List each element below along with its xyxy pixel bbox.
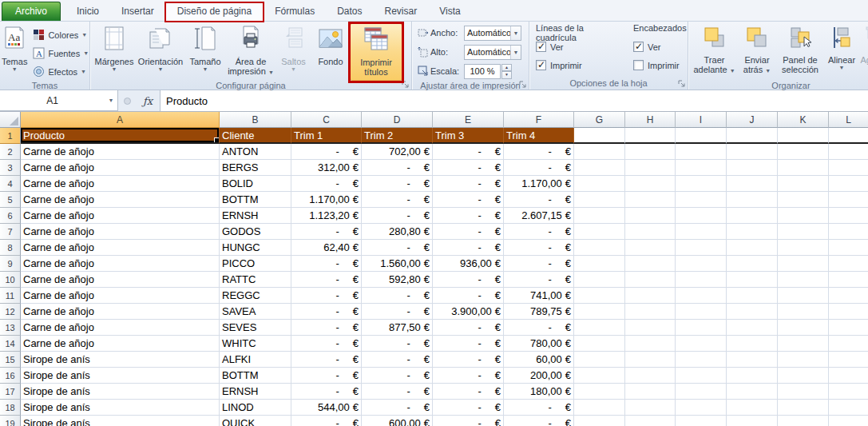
empty-cell[interactable]	[625, 416, 676, 426]
client-cell[interactable]: ERNSH	[220, 384, 291, 400]
empty-cell[interactable]	[676, 224, 727, 240]
empty-cell[interactable]	[778, 272, 829, 288]
empty-cell[interactable]	[574, 208, 625, 224]
empty-cell[interactable]	[829, 128, 868, 144]
empty-cell[interactable]	[829, 224, 868, 240]
trim2-cell[interactable]: -€	[362, 384, 433, 400]
trim3-cell[interactable]: -€	[433, 368, 504, 384]
colores-button[interactable]: Colores ▼	[30, 26, 91, 44]
fuentes-button[interactable]: A Fuentes ▼	[30, 44, 91, 62]
empty-cell[interactable]	[574, 192, 625, 208]
empty-cell[interactable]	[625, 128, 676, 144]
trim2-cell[interactable]: -€	[362, 176, 433, 192]
trim2-cell[interactable]: -€	[362, 304, 433, 320]
escala-input[interactable]: 100 %	[464, 64, 501, 79]
area-de-impresion-button[interactable]: Área de impresión ▼	[226, 23, 275, 81]
empty-cell[interactable]	[676, 272, 727, 288]
header-cell[interactable]: Trim 3	[433, 128, 504, 144]
configurar-pagina-dialog-launcher-icon[interactable]	[401, 80, 410, 89]
empty-cell[interactable]	[829, 384, 868, 400]
client-cell[interactable]: WHITC	[220, 336, 291, 352]
row-header-7[interactable]: 7	[0, 224, 21, 240]
column-header-E[interactable]: E	[433, 112, 504, 128]
tab-vista[interactable]: Vista	[428, 2, 471, 21]
empty-cell[interactable]	[778, 176, 829, 192]
empty-cell[interactable]	[574, 304, 625, 320]
column-header-I[interactable]: I	[676, 112, 727, 128]
product-cell[interactable]: Carne de añojo	[21, 240, 220, 256]
trim4-cell[interactable]: -€	[504, 224, 574, 240]
trim2-cell[interactable]: -€	[362, 240, 433, 256]
empty-cell[interactable]	[676, 128, 727, 144]
trim2-cell[interactable]: 877,50€	[362, 320, 433, 336]
cell-a1-selected[interactable]: Producto	[21, 128, 220, 144]
trim2-cell[interactable]: 600,00€	[362, 416, 433, 426]
client-cell[interactable]: BOLID	[220, 176, 291, 192]
empty-cell[interactable]	[625, 176, 676, 192]
ancho-select[interactable]: Automático▼	[464, 26, 521, 41]
traer-adelante-button[interactable]: Traer adelante ▼	[692, 23, 737, 81]
empty-cell[interactable]	[574, 368, 625, 384]
column-header-F[interactable]: F	[504, 112, 574, 128]
empty-cell[interactable]	[574, 352, 625, 368]
empty-cell[interactable]	[727, 384, 778, 400]
empty-cell[interactable]	[676, 160, 727, 176]
empty-cell[interactable]	[574, 176, 625, 192]
column-header-J[interactable]: J	[727, 112, 778, 128]
trim4-cell[interactable]: -€	[504, 192, 574, 208]
row-header-3[interactable]: 3	[0, 160, 21, 176]
header-cell[interactable]: Trim 4	[504, 128, 574, 144]
empty-cell[interactable]	[778, 144, 829, 160]
empty-cell[interactable]	[625, 240, 676, 256]
trim3-cell[interactable]: -€	[433, 240, 504, 256]
empty-cell[interactable]	[829, 192, 868, 208]
empty-cell[interactable]	[829, 352, 868, 368]
trim2-cell[interactable]: -€	[362, 368, 433, 384]
row-header-16[interactable]: 16	[0, 368, 21, 384]
trim4-cell[interactable]: 60,00€	[504, 352, 574, 368]
header-cell[interactable]: Trim 1	[291, 128, 362, 144]
efectos-button[interactable]: Efectos ▼	[30, 62, 91, 81]
trim4-cell[interactable]: 780,00€	[504, 336, 574, 352]
insert-function-button[interactable]: ƒx	[136, 90, 160, 111]
trim3-cell[interactable]: -€	[433, 208, 504, 224]
trim2-cell[interactable]: -€	[362, 208, 433, 224]
empty-cell[interactable]	[574, 144, 625, 160]
client-cell[interactable]: SEVES	[220, 320, 291, 336]
trim4-cell[interactable]: 741,00€	[504, 288, 574, 304]
empty-cell[interactable]	[829, 320, 868, 336]
product-cell[interactable]: Carne de añojo	[21, 288, 220, 304]
product-cell[interactable]: Sirope de anís	[21, 400, 220, 416]
trim3-cell[interactable]: -€	[433, 224, 504, 240]
product-cell[interactable]: Sirope de anís	[21, 352, 220, 368]
empty-cell[interactable]	[778, 304, 829, 320]
client-cell[interactable]: REGGC	[220, 288, 291, 304]
trim3-cell[interactable]: -€	[433, 416, 504, 426]
name-box[interactable]: A1 ▼	[0, 90, 118, 111]
tab-formulas[interactable]: Fórmulas	[264, 2, 326, 21]
empty-cell[interactable]	[829, 176, 868, 192]
empty-cell[interactable]	[727, 160, 778, 176]
empty-cell[interactable]	[574, 336, 625, 352]
column-header-H[interactable]: H	[625, 112, 676, 128]
trim1-cell[interactable]: -€	[291, 368, 362, 384]
client-cell[interactable]: HUNGC	[220, 240, 291, 256]
trim4-cell[interactable]: 789,75€	[504, 304, 574, 320]
row-header-19[interactable]: 19	[0, 416, 21, 426]
product-cell[interactable]: Carne de añojo	[21, 272, 220, 288]
orientacion-button[interactable]: Orientación ▼	[137, 23, 184, 81]
empty-cell[interactable]	[625, 320, 676, 336]
trim4-cell[interactable]: 180,00€	[504, 384, 574, 400]
empty-cell[interactable]	[829, 240, 868, 256]
trim4-cell[interactable]: -€	[504, 416, 574, 426]
empty-cell[interactable]	[676, 288, 727, 304]
ajustar-dialog-launcher-icon[interactable]	[518, 80, 527, 89]
row-header-12[interactable]: 12	[0, 304, 21, 320]
product-cell[interactable]: Carne de añojo	[21, 224, 220, 240]
header-cell[interactable]: Trim 2	[362, 128, 433, 144]
empty-cell[interactable]	[727, 176, 778, 192]
empty-cell[interactable]	[676, 320, 727, 336]
client-cell[interactable]: BOTTM	[220, 368, 291, 384]
column-header-D[interactable]: D	[362, 112, 433, 128]
margenes-button[interactable]: Márgenes ▼	[92, 23, 137, 81]
